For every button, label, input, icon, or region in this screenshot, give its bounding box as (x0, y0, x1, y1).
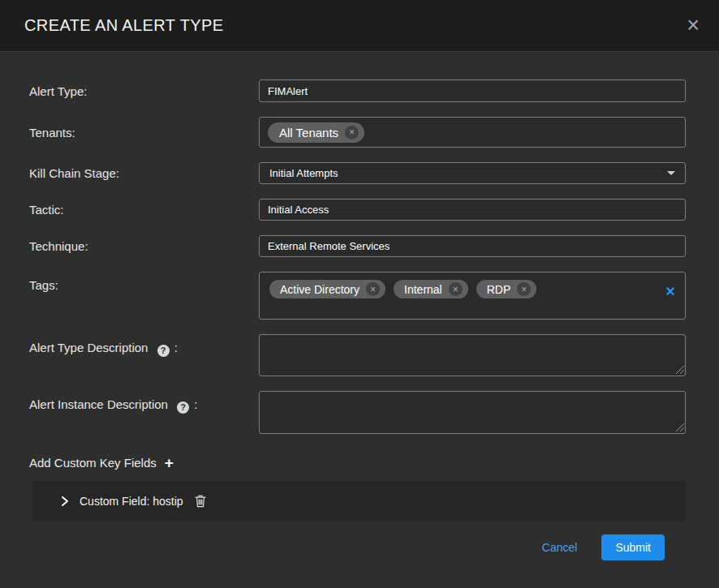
submit-button[interactable]: Submit (601, 534, 665, 560)
modal-footer: Cancel Submit (29, 521, 686, 560)
tag-chip: Active Directory × (269, 280, 385, 298)
trash-icon (195, 495, 206, 508)
page-title: CREATE AN ALERT TYPE (24, 16, 224, 35)
tags-row: Tags: Active Directory × Internal × RDP … (29, 272, 686, 320)
kill-chain-stage-row: Kill Chain Stage: Initial Attempts (29, 162, 686, 184)
chip-remove-icon[interactable]: × (366, 282, 380, 296)
chip-label: All Tenants (279, 126, 338, 139)
create-alert-type-modal: CREATE AN ALERT TYPE × Alert Type: Tenan… (0, 0, 719, 560)
alert-instance-description-label: Alert Instance Description ? : (29, 391, 259, 414)
alert-type-description-row: Alert Type Description ? : (29, 334, 686, 376)
technique-input[interactable] (259, 235, 686, 257)
alert-type-description-label: Alert Type Description ? : (29, 334, 259, 357)
tag-chip: RDP × (476, 280, 537, 298)
clear-tags-icon[interactable]: × (665, 280, 675, 299)
tactic-label: Tactic: (29, 203, 259, 217)
technique-label: Technique: (29, 239, 259, 253)
chip-label: Internal (404, 283, 442, 296)
tags-input[interactable]: Active Directory × Internal × RDP × × (259, 272, 686, 320)
modal-header: CREATE AN ALERT TYPE × (0, 0, 719, 52)
custom-field-label: Custom Field: hostip (80, 495, 183, 508)
chevron-down-icon (667, 171, 675, 175)
kill-chain-stage-select[interactable]: Initial Attempts (259, 162, 686, 184)
close-icon[interactable]: × (687, 15, 700, 36)
custom-key-fields-section-header: Add Custom Key Fields + (29, 455, 686, 470)
chip-label: RDP (487, 283, 511, 296)
kill-chain-stage-label: Kill Chain Stage: (29, 166, 259, 180)
tags-label: Tags: (29, 272, 259, 292)
label-suffix: : (194, 397, 197, 411)
alert-type-row: Alert Type: (29, 79, 686, 102)
tenant-chip: All Tenants × (268, 122, 364, 143)
label-text: Alert Instance Description (29, 397, 168, 411)
technique-row: Technique: (29, 235, 686, 257)
help-icon[interactable]: ? (157, 345, 170, 357)
chevron-right-icon[interactable] (60, 496, 70, 507)
tenants-row: Tenants: All Tenants × (29, 117, 686, 148)
alert-instance-description-input[interactable] (259, 391, 686, 434)
chip-remove-icon[interactable]: × (517, 282, 531, 296)
add-custom-field-icon[interactable]: + (165, 455, 174, 470)
custom-field-row[interactable]: Custom Field: hostip (32, 481, 686, 521)
label-text: Alert Type Description (29, 341, 148, 354)
alert-type-label: Alert Type: (29, 84, 259, 98)
chip-remove-icon[interactable]: × (345, 126, 359, 139)
cancel-button[interactable]: Cancel (542, 541, 578, 554)
tactic-row: Tactic: (29, 199, 686, 221)
alert-type-description-input[interactable] (259, 334, 686, 376)
tag-chip: Internal × (394, 280, 468, 298)
help-icon[interactable]: ? (177, 401, 189, 414)
tenants-label: Tenants: (29, 126, 259, 139)
alert-instance-description-row: Alert Instance Description ? : (29, 391, 686, 434)
alert-type-input[interactable] (259, 79, 686, 102)
kill-chain-stage-value: Initial Attempts (269, 167, 338, 179)
label-suffix: : (174, 341, 178, 354)
tenants-input[interactable]: All Tenants × (259, 117, 686, 148)
chip-remove-icon[interactable]: × (449, 282, 463, 296)
chip-label: Active Directory (280, 283, 360, 296)
tactic-input[interactable] (259, 199, 686, 221)
modal-body: Alert Type: Tenants: All Tenants × Kill … (0, 52, 719, 560)
section-label: Add Custom Key Fields (29, 456, 157, 470)
delete-custom-field-button[interactable] (195, 495, 206, 508)
